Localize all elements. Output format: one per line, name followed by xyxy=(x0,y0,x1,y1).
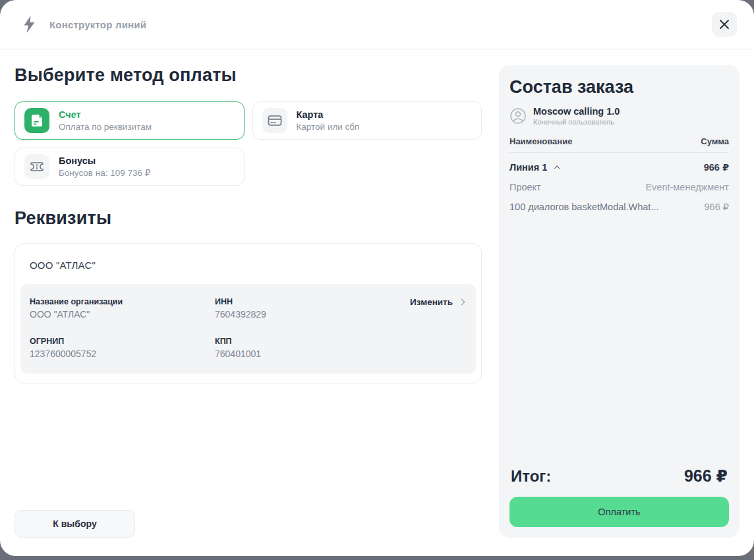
column-name: Наименование xyxy=(509,136,572,146)
method-card-card[interactable]: Карта Картой или сбп xyxy=(252,101,482,140)
method-title: Счет xyxy=(59,109,152,121)
card-icon xyxy=(262,108,287,133)
user-texts: Moscow calling 1.0 Конечный пользователь xyxy=(533,106,620,126)
order-project-row: Проект Event-менеджмент xyxy=(509,182,729,192)
field-label: КПП xyxy=(215,337,378,346)
chevron-right-icon xyxy=(459,299,465,306)
line-name: Линия 1 xyxy=(509,162,547,173)
order-summary: Состав заказа Moscow calling 1.0 Конечны… xyxy=(499,65,740,538)
user-name: Moscow calling 1.0 xyxy=(533,106,620,117)
order-title: Состав заказа xyxy=(509,77,729,98)
method-subtitle: Бонусов на: 109 736 ₽ xyxy=(59,168,150,179)
invoice-icon xyxy=(24,108,49,133)
user-role: Конечный пользователь xyxy=(533,118,620,126)
ticket-icon xyxy=(24,154,49,179)
avatar-icon xyxy=(509,107,527,125)
modal-content: Выберите метод оплаты Счет Оплата по ре xyxy=(0,49,754,556)
payment-methods: Счет Оплата по реквизитам К xyxy=(14,101,482,186)
requisites-card: ООО "АТЛАС" Название организации ООО "АТ… xyxy=(14,243,482,383)
method-subtitle: Оплата по реквизитам xyxy=(59,122,152,133)
column-sum: Сумма xyxy=(701,136,729,146)
requisites-grid: Название организации ООО "АТЛАС" ИНН 760… xyxy=(20,284,476,374)
order-table-header: Наименование Сумма xyxy=(509,136,729,153)
chevron-up-icon[interactable] xyxy=(554,165,559,171)
edit-requisites-button[interactable]: Изменить xyxy=(410,297,464,307)
order-item-row: 100 диалогов basketModal.What... 966 ₽ xyxy=(509,202,729,212)
field-label: ОГРНИП xyxy=(30,337,215,346)
field-org-name: Название организации ООО "АТЛАС" xyxy=(30,297,215,320)
order-total: Итог: 966 ₽ xyxy=(509,466,729,486)
spacer xyxy=(509,212,729,466)
field-label: ИНН xyxy=(215,297,378,306)
method-title: Бонусы xyxy=(59,155,150,167)
field-inn: ИНН 7604392829 xyxy=(215,297,378,320)
field-value: 7604392829 xyxy=(215,309,378,320)
item-name: 100 диалогов basketModal.What... xyxy=(509,202,658,212)
method-texts: Счет Оплата по реквизитам xyxy=(59,109,152,133)
method-texts: Бонусы Бонусов на: 109 736 ₽ xyxy=(59,155,150,179)
company-name: ООО "АТЛАС" xyxy=(30,260,476,271)
app-title: Конструктор линий xyxy=(49,19,146,30)
field-label: Название организации xyxy=(30,297,215,306)
project-value: Event-менеджмент xyxy=(645,182,729,192)
modal-header: Конструктор линий xyxy=(0,0,754,49)
project-label: Проект xyxy=(509,182,541,192)
order-line-row[interactable]: Линия 1 966 ₽ xyxy=(509,162,729,173)
lightning-icon xyxy=(22,15,36,34)
method-card-invoice[interactable]: Счет Оплата по реквизитам xyxy=(14,101,245,140)
order-user: Moscow calling 1.0 Конечный пользователь xyxy=(509,106,729,126)
requisites-title: Реквизиты xyxy=(14,208,482,229)
payment-column: Выберите метод оплаты Счет Оплата по ре xyxy=(14,65,499,538)
field-kpp: КПП 760401001 xyxy=(215,337,378,359)
method-card-bonus[interactable]: Бонусы Бонусов на: 109 736 ₽ xyxy=(14,148,245,186)
payment-modal: Конструктор линий Выберите метод оплаты xyxy=(0,0,754,556)
total-label: Итог: xyxy=(511,467,551,486)
field-value: 760401001 xyxy=(215,349,378,359)
total-value: 966 ₽ xyxy=(684,466,728,486)
pay-button[interactable]: Оплатить xyxy=(509,497,729,527)
method-title: Карта xyxy=(297,109,360,121)
page-title: Выберите метод оплаты xyxy=(14,65,482,86)
edit-label: Изменить xyxy=(410,297,453,307)
field-value: 1237600005752 xyxy=(30,349,215,359)
item-sum: 966 ₽ xyxy=(705,202,729,212)
line-sum: 966 ₽ xyxy=(704,162,729,173)
field-ogrnip: ОГРНИП 1237600005752 xyxy=(30,337,215,359)
close-button[interactable] xyxy=(712,12,737,37)
field-value: ООО "АТЛАС" xyxy=(30,309,215,320)
method-subtitle: Картой или сбп xyxy=(297,122,360,133)
method-texts: Карта Картой или сбп xyxy=(297,109,360,133)
back-button[interactable]: К выбору xyxy=(14,510,135,538)
close-icon xyxy=(719,19,730,30)
